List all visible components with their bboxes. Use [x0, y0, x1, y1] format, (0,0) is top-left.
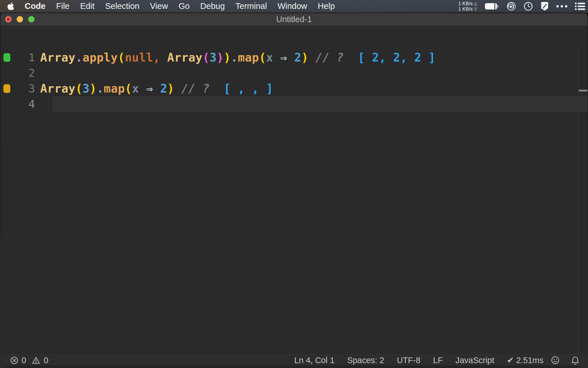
- code-line-3[interactable]: 3Array(3).map(x ⇒ 2) // ? [ , , ]: [1, 81, 587, 96]
- menu-item-window[interactable]: Window: [278, 1, 307, 11]
- menu-item-file[interactable]: File: [56, 1, 70, 11]
- unsaved-indicator-dot: [7, 18, 10, 21]
- warning-count: 0: [44, 356, 48, 365]
- macos-menu-bar: CodeFileEditSelectionViewGoDebugTerminal…: [0, 0, 588, 13]
- line-number: 4: [13, 98, 35, 110]
- window-title: Untitled-1: [1, 13, 587, 26]
- line-number: 2: [13, 67, 35, 79]
- feedback-smiley-icon[interactable]: [551, 356, 560, 365]
- shield-icon[interactable]: [540, 2, 549, 11]
- problems-indicator[interactable]: 0 0: [1, 356, 48, 365]
- clock-icon[interactable]: [524, 2, 533, 11]
- menu-item-code[interactable]: Code: [25, 1, 46, 11]
- warning-icon: [32, 356, 40, 364]
- code-text: Array.apply(null, Array(3)).map(x ⇒ 2) /…: [40, 51, 436, 64]
- ellipsis-icon[interactable]: [556, 5, 567, 7]
- code-line-4[interactable]: 4: [1, 96, 587, 112]
- gutter-marker-cell: [1, 84, 13, 93]
- status-indentation[interactable]: Spaces: 2: [347, 356, 384, 365]
- line-number: 3: [13, 82, 35, 95]
- minimize-button[interactable]: [17, 16, 23, 22]
- network-speed-indicator[interactable]: 1 KB/s △ 1 KB/s ▽: [458, 1, 477, 12]
- error-icon: [10, 356, 18, 364]
- list-icon[interactable]: [575, 2, 585, 10]
- menu-item-terminal[interactable]: Terminal: [235, 1, 267, 11]
- status-cursor-position[interactable]: Ln 4, Col 1: [294, 356, 334, 365]
- current-line-highlight: [53, 96, 587, 112]
- status-language-mode[interactable]: JavaScript: [455, 356, 494, 365]
- apple-menu-icon[interactable]: [7, 2, 14, 10]
- code-line-1[interactable]: 1Array.apply(null, Array(3)).map(x ⇒ 2) …: [1, 50, 587, 65]
- code-line-2[interactable]: 2: [1, 65, 587, 81]
- notifications-bell-icon[interactable]: [571, 356, 579, 365]
- upload-triangle-icon: △: [474, 1, 477, 6]
- download-triangle-icon: ▽: [474, 6, 477, 12]
- network-down-speed: 1 KB/s: [458, 6, 473, 12]
- close-button[interactable]: [5, 16, 11, 22]
- vscode-window: Untitled-1 Untitled-1 1Array.apply(null,…: [1, 13, 587, 366]
- menu-item-selection[interactable]: Selection: [105, 1, 139, 11]
- menu-item-go[interactable]: Go: [179, 1, 190, 11]
- menu-item-view[interactable]: View: [150, 1, 168, 11]
- code-text: Array(3).map(x ⇒ 2) // ? [ , , ]: [40, 82, 273, 95]
- error-count: 0: [22, 356, 26, 365]
- overview-ruler-marker: [579, 90, 587, 91]
- menu-item-debug[interactable]: Debug: [200, 1, 225, 11]
- menu-item-edit[interactable]: Edit: [80, 1, 94, 11]
- swirl-icon[interactable]: [506, 1, 516, 11]
- code-editor[interactable]: 1Array.apply(null, Array(3)).map(x ⇒ 2) …: [1, 45, 587, 355]
- status-bar: 0 0 Ln 4, Col 1Spaces: 2UTF-8LFJavaScrip…: [1, 354, 587, 366]
- gutter-marker-cell: [1, 53, 13, 62]
- quokka-green-marker-icon: [3, 53, 10, 62]
- zoom-button[interactable]: [28, 16, 34, 22]
- status-quokka-run-time[interactable]: ✔ 2.51ms: [507, 355, 543, 365]
- quokka-orange-marker-icon: [3, 84, 10, 93]
- menu-item-help[interactable]: Help: [318, 1, 335, 11]
- line-number: 1: [13, 51, 35, 64]
- status-encoding[interactable]: UTF-8: [397, 356, 420, 365]
- window-title-bar[interactable]: Untitled-1: [1, 13, 587, 26]
- status-eol-sequence[interactable]: LF: [433, 356, 443, 365]
- battery-icon[interactable]: [485, 3, 499, 10]
- network-up-speed: 1 KB/s: [458, 1, 473, 6]
